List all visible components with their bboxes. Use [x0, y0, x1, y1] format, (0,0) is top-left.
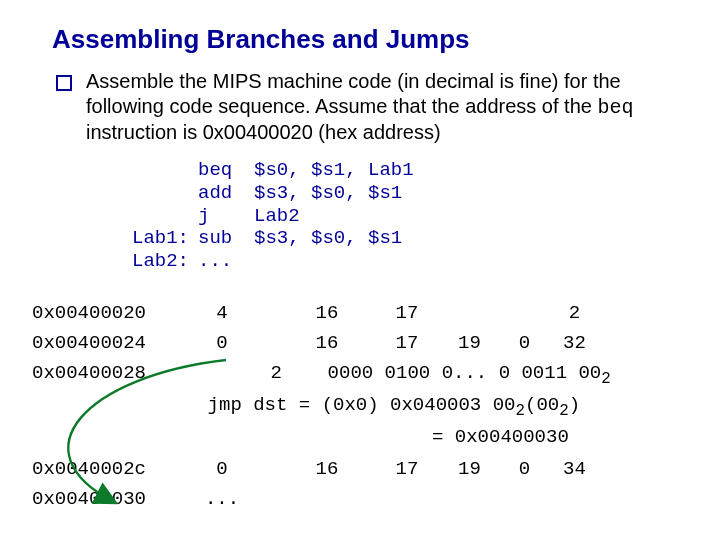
code-op: j [198, 205, 254, 228]
question-text: Assemble the MIPS machine code (in decim… [86, 69, 692, 145]
field-cell: 32 [552, 332, 597, 354]
field-cell: 19 [442, 458, 497, 480]
field-cell: ... [162, 488, 282, 510]
addr-cell: 0x00400020 [32, 302, 162, 324]
slide-title: Assembling Branches and Jumps [52, 24, 692, 55]
field-cell: 0 [162, 458, 282, 480]
code-args: Lab2 [254, 205, 300, 227]
fields: 0 16 17 19 0 32 [162, 332, 692, 354]
question-before: Assemble the MIPS machine code (in decim… [86, 70, 621, 117]
addr-cell: 0x00400024 [32, 332, 162, 354]
fields: 0 16 17 19 0 34 [162, 458, 692, 480]
table-row: = 0x00400030 [32, 426, 692, 450]
code-op: add [198, 182, 254, 205]
table-row: 0x00400020 4 16 17 2 [32, 302, 692, 326]
field-cell: 0 [497, 332, 552, 354]
code-label: Lab2: [132, 250, 198, 273]
code-op: beq [198, 159, 254, 182]
field-cell: 16 [282, 302, 372, 324]
slide: Assembling Branches and Jumps Assemble t… [0, 0, 720, 540]
addr-cell: 0x00400030 [32, 488, 162, 510]
code-block: beq$s0, $s1, Lab1 add$s3, $s0, $s1 jLab2… [132, 159, 692, 273]
jump-mid: (0x0) 0x040003 00 [322, 394, 516, 416]
jump-line: jmp dst = (0x0) 0x040003 002(002) [162, 394, 692, 420]
subscript: 2 [559, 402, 569, 420]
code-args: $s3, $s0, $s1 [254, 182, 402, 204]
table-row: jmp dst = (0x0) 0x040003 002(002) [32, 394, 692, 420]
field-cell: 4 [162, 302, 282, 324]
addr-cell: 0x0040002c [32, 458, 162, 480]
machine-code-table: 0x00400020 4 16 17 2 0x00400024 0 16 17 … [32, 302, 692, 518]
code-op: ... [198, 250, 254, 273]
field-cell: 2 [162, 362, 282, 384]
question-after: instruction is 0x00400020 (hex address) [86, 121, 441, 143]
question-mono: beq [597, 96, 633, 119]
field-cell: 16 [282, 458, 372, 480]
subscript: 2 [515, 402, 525, 420]
field-cell: 17 [372, 332, 442, 354]
field-cell: 17 [372, 458, 442, 480]
jump-line: 2 0000 0100 0... 0 0011 002 [162, 362, 692, 388]
addr-cell: 0x00400028 [32, 362, 162, 384]
field-cell [497, 302, 552, 324]
code-args: $s0, $s1, Lab1 [254, 159, 414, 181]
question-row: Assemble the MIPS machine code (in decim… [56, 69, 692, 145]
table-row: 0x00400024 0 16 17 19 0 32 [32, 332, 692, 356]
code-op: sub [198, 227, 254, 250]
fields: ... [162, 488, 692, 510]
jump-result: = 0x00400030 [162, 426, 692, 448]
field-cell: 16 [282, 332, 372, 354]
field-cell: 19 [442, 332, 497, 354]
table-row: 0x00400028 2 0000 0100 0... 0 0011 002 [32, 362, 692, 388]
field-cell: 2 [552, 302, 597, 324]
close-paren: ) [569, 394, 580, 416]
paren: (00 [525, 394, 559, 416]
jump-lhs: jmp dst = [208, 394, 311, 416]
field-cell: 17 [372, 302, 442, 324]
field-cell: 0 [162, 332, 282, 354]
field-cell: 34 [552, 458, 597, 480]
code-label: Lab1: [132, 227, 198, 250]
fields: 4 16 17 2 [162, 302, 692, 324]
subscript: 2 [601, 370, 611, 388]
bullet-icon [56, 75, 72, 91]
table-row: 0x0040002c 0 16 17 19 0 34 [32, 458, 692, 482]
field-cell: 0 [497, 458, 552, 480]
code-args: $s3, $s0, $s1 [254, 227, 402, 249]
jump-bits: 0000 0100 0... 0 0011 00 [328, 362, 602, 384]
field-cell [442, 302, 497, 324]
table-row: 0x00400030 ... [32, 488, 692, 512]
